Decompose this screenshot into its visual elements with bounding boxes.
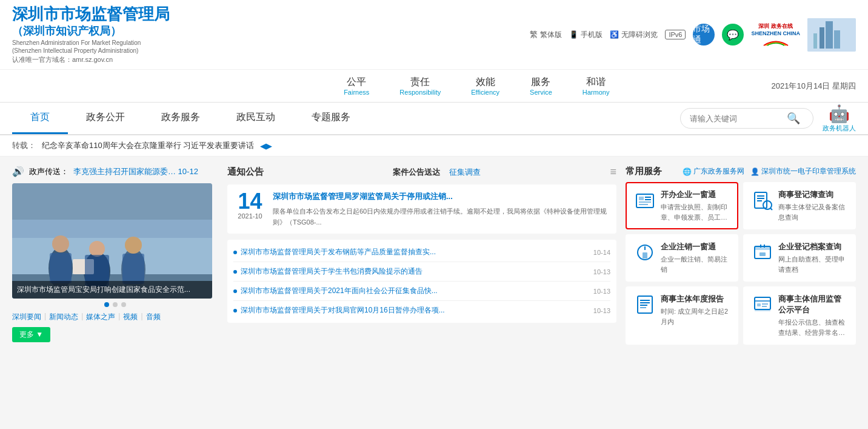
svg-rect-27	[757, 198, 764, 199]
seal-label: 深圳市统一电子印章管理系统	[761, 166, 856, 177]
news-dot-1	[233, 251, 237, 254]
left-column: 🔊 政声传送： 李克强主持召开国家能源委… 10-12	[12, 166, 218, 345]
nav-interaction[interactable]: 政民互动	[218, 103, 293, 134]
services-ext-links: 🌐 广东政务服务网 👤 深圳市统一电子印章管理系统	[683, 166, 856, 177]
tool-accessibility[interactable]: ♿ 无障碍浏览	[610, 30, 658, 40]
archive-icon	[752, 242, 773, 263]
service-card-annual-report[interactable]: 商事主体年度报告 时间: 成立周年之日起2月内	[626, 286, 738, 345]
ticker-label: 转载：	[12, 140, 36, 151]
annual-report-icon	[634, 294, 656, 316]
link-audio[interactable]: 音频	[146, 312, 161, 322]
wechat-icon: 💬	[727, 29, 739, 41]
svg-rect-16	[50, 253, 72, 283]
news-link-1[interactable]: 深圳市市场监督管理局关于发布钢筋等产品质量监督抽查实...	[241, 247, 589, 257]
featured-content: 深圳市市场监督管理局罗湖监管局关于停用或注销... 限各单位自本公告发布之日起6…	[273, 191, 610, 228]
link-video[interactable]: 视频	[123, 312, 138, 322]
notices-title: 通知公告	[227, 166, 264, 178]
ipv6-badge: IPv6	[665, 30, 686, 39]
news-date-4: 10-13	[593, 307, 610, 314]
svg-rect-22	[645, 199, 651, 200]
svg-rect-20	[639, 197, 644, 200]
link-shenzhen-news[interactable]: 深圳要闻	[12, 312, 41, 322]
cancel-biz-name: 企业注销一窗通	[661, 242, 730, 252]
news-caption: 深圳市市场监管局宝安局打响创建国家食品安全示范...	[12, 281, 212, 299]
header-right: 繁 繁体版 📱 手机版 ♿ 无障碍浏览 IPv6 市场通 💬	[530, 18, 856, 52]
guangdong-label: 广东政务服务网	[693, 166, 744, 177]
open-biz-desc: 申请营业执照、刻制印章、申领发票、员工参保登记、公积金...	[661, 202, 730, 222]
svg-rect-35	[755, 246, 770, 250]
news-dot-4	[233, 309, 237, 312]
middle-column: 通知公告 案件公告送达 征集调查 ≡ 14 2021-10 深圳市市场监督管理局…	[218, 166, 626, 345]
nav-govopen[interactable]: 政务公开	[68, 103, 143, 134]
svg-rect-41	[640, 302, 650, 303]
search-icon[interactable]: 🔍	[787, 112, 800, 125]
dot-2[interactable]	[113, 302, 118, 307]
news-link-4[interactable]: 深圳市市场监督管理局关于对我局官网10月16日暂停办理各项...	[241, 305, 589, 316]
biz-query-icon	[752, 189, 773, 211]
tool-mobile[interactable]: 📱 手机版	[569, 30, 603, 40]
annual-report-name: 商事主体年度报告	[661, 294, 730, 305]
logo-title[interactable]: 深圳市市场监督管理局	[12, 5, 170, 24]
logo-subtitle[interactable]: （深圳市知识产权局）	[12, 24, 170, 38]
svg-rect-36	[760, 252, 766, 256]
robot-button[interactable]: 🤖 政务机器人	[823, 104, 856, 133]
service-card-open-biz[interactable]: 开办企业一窗通 申请营业执照、刻制印章、申领发票、员工参保登记、公积金...	[626, 182, 738, 229]
tool-traditional[interactable]: 繁 繁体版	[530, 29, 562, 40]
building-image	[807, 18, 856, 52]
value-responsibility: 责任 Responsibility	[399, 76, 441, 96]
ticker-arrows[interactable]: ◀▶	[260, 141, 272, 150]
archive-info: 企业登记档案查询 网上自助查档、受理申请查档	[778, 242, 847, 274]
news-link-2[interactable]: 深圳市市场监督管理局关于学生书包消费风险提示的通告	[241, 266, 589, 277]
nav-home[interactable]: 首页	[12, 103, 68, 134]
market-icon-circle[interactable]: 市场通	[693, 24, 715, 46]
voice-text[interactable]: 李克强主持召开国家能源委… 10-12	[73, 166, 198, 177]
svg-rect-4	[813, 33, 817, 49]
service-card-credit[interactable]: 商事主体信用监管公示平台 年报公示信息、抽查检查结果、经营异常名录等	[743, 286, 856, 345]
svg-rect-2	[820, 27, 824, 49]
featured-title[interactable]: 深圳市市场监督管理局罗湖监管局关于停用或注销...	[273, 191, 610, 203]
nav-govservice[interactable]: 政务服务	[143, 103, 218, 134]
logo-domain: 认准唯一官方域名：amr.sz.gov.cn	[12, 55, 170, 64]
service-card-biz-query[interactable]: 商事登记簿查询 商事主体登记及备案信息查询	[743, 182, 856, 229]
notices-more-icon[interactable]: ≡	[610, 166, 616, 178]
header-top: 深圳市市场监督管理局 （深圳市知识产权局） Shenzhen Administr…	[0, 0, 868, 70]
link-news-trends[interactable]: 新闻动态	[49, 312, 78, 322]
dot-3[interactable]	[121, 302, 126, 307]
svg-rect-48	[762, 306, 767, 307]
building-svg	[807, 18, 856, 52]
svg-rect-26	[757, 195, 764, 197]
annual-report-info: 商事主体年度报告 时间: 成立周年之日起2月内	[661, 294, 730, 326]
ext-link-guangdong[interactable]: 🌐 广东政务服务网	[683, 166, 744, 177]
ext-link-seal[interactable]: 👤 深圳市统一电子印章管理系统	[750, 166, 856, 177]
header-date: 2021年10月14日 星期四	[772, 81, 856, 92]
service-grid: 开办企业一窗通 申请营业执照、刻制印章、申领发票、员工参保登记、公积金...	[626, 182, 856, 345]
service-card-cancel-biz[interactable]: 企业注销一窗通 企业一般注销、简易注销	[626, 234, 738, 282]
tab-case-notice[interactable]: 案件公告送达	[393, 167, 440, 178]
svg-rect-28	[757, 200, 762, 201]
svg-rect-42	[640, 305, 647, 306]
link-media-voice[interactable]: 媒体之声	[86, 312, 115, 322]
tab-survey[interactable]: 征集调查	[449, 167, 481, 178]
credit-info: 商事主体信用监管公示平台 年报公示信息、抽查检查结果、经营异常名录等	[778, 294, 847, 337]
svg-point-12	[89, 241, 105, 257]
mobile-label: 手机版	[581, 30, 603, 40]
news-item-4: 深圳市市场监督管理局关于对我局官网10月16日暂停办理各项... 10-13	[233, 301, 610, 320]
service-card-archive[interactable]: 企业登记档案查询 网上自助查档、受理申请查档	[743, 234, 856, 282]
ticker-bar: 转载： 纪念辛亥革命110周年大会在京隆重举行 习近平发表重要讲话 ◀▶	[0, 135, 868, 157]
news-link-3[interactable]: 深圳市市场监督管理局关于2021年面向社会公开征集食品快...	[241, 286, 589, 296]
value-service: 服务 Service	[530, 76, 552, 96]
nav-special[interactable]: 专题服务	[293, 103, 369, 134]
dot-1[interactable]	[104, 302, 109, 307]
credit-icon	[752, 294, 773, 316]
featured-news[interactable]: 14 2021-10 深圳市市场监督管理局罗湖监管局关于停用或注销... 限各单…	[227, 184, 616, 234]
more-news-button[interactable]: 更多 ▼	[12, 327, 50, 342]
featured-desc: 限各单位自本公告发布之日起60日内依规办理停用或者注销手续。逾期不处理，我局将依…	[273, 206, 610, 228]
accessibility-icon: ♿	[610, 30, 619, 39]
notices-header: 通知公告 案件公告送达 征集调查 ≡	[227, 166, 616, 178]
wechat-icon-circle[interactable]: 💬	[722, 24, 744, 46]
cancel-biz-icon	[634, 242, 656, 263]
search-input[interactable]	[690, 114, 787, 123]
nav-items: 首页 政务公开 政务服务 政民互动 专题服务	[12, 103, 369, 134]
traditional-label: 繁体版	[540, 30, 562, 40]
news-dot-2	[233, 270, 237, 274]
